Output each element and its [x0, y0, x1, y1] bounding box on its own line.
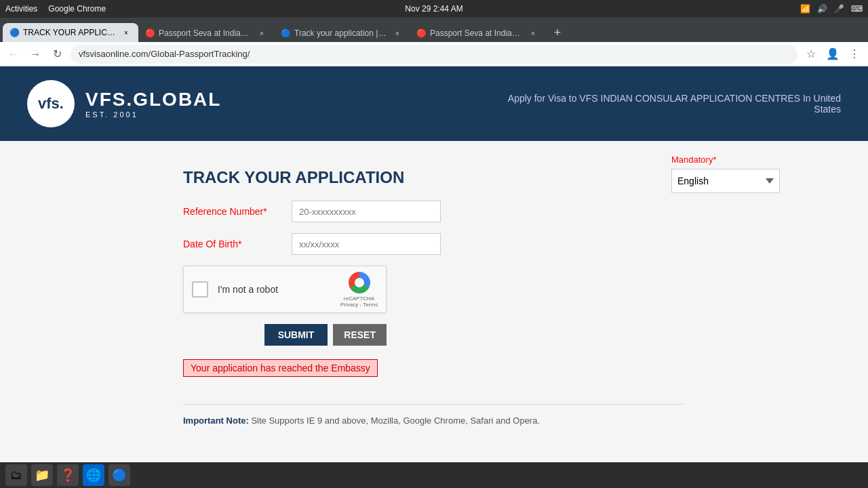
tab-bar: 🔵 TRACK YOUR APPLICATIO... × 🔴 Passport …: [0, 18, 868, 42]
bottom-taskbar: 🗂 📁 ❓ 🌐 🔵: [0, 462, 868, 466]
taskbar-folder-icon[interactable]: 📁: [31, 464, 53, 466]
mandatory-asterisk: *: [713, 155, 716, 165]
system-tray: 📶🔊🎤⌨: [800, 4, 863, 14]
dob-label: Date Of Birth*: [183, 239, 292, 249]
page-content: vfs. VFS.GLOBAL EST. 2001 Apply for Visa…: [0, 66, 868, 466]
recaptcha-widget[interactable]: I'm not a robot reCAPTCHA Privacy - Term…: [183, 266, 387, 313]
profile-button[interactable]: 👤: [825, 46, 841, 62]
tab-3-title: Track your application | v...: [294, 28, 388, 38]
tab-4-favicon: 🔴: [416, 28, 426, 38]
activities-label[interactable]: Activities: [5, 4, 37, 14]
browser-window: 🔵 TRACK YOUR APPLICATIO... × 🔴 Passport …: [0, 18, 868, 466]
reference-input[interactable]: [292, 201, 441, 222]
tab-1[interactable]: 🔵 TRACK YOUR APPLICATIO... ×: [3, 23, 138, 42]
address-bar: ← → ↻ ☆ 👤 ⋮: [0, 42, 868, 66]
important-note-bold: Important Note:: [183, 415, 249, 426]
recaptcha-text: I'm not a robot: [218, 284, 331, 295]
reference-group: Reference Number*: [183, 201, 685, 222]
form-title: TRACK YOUR APPLICATION: [183, 168, 685, 187]
vfs-brand-est: EST. 2001: [85, 110, 221, 119]
taskbar-files-icon[interactable]: 🗂: [5, 464, 27, 466]
bookmark-button[interactable]: ☆: [803, 46, 819, 62]
language-select[interactable]: English Hindi French: [671, 169, 780, 193]
taskbar-browser-icon[interactable]: 🌐: [83, 464, 104, 466]
back-button[interactable]: ←: [5, 46, 22, 62]
status-message: Your application has reached the Embassy: [183, 359, 378, 377]
recaptcha-checkbox[interactable]: [192, 281, 208, 298]
forward-button[interactable]: →: [27, 46, 43, 62]
vfs-logo-circle: vfs.: [27, 80, 75, 127]
tab-2-close[interactable]: ×: [256, 28, 267, 39]
important-note: Important Note: Site Supports IE 9 and a…: [183, 404, 685, 426]
reset-button[interactable]: RESET: [333, 324, 387, 346]
vfs-logo: vfs. VFS.GLOBAL EST. 2001: [27, 80, 221, 127]
taskbar-app-icon[interactable]: 🔵: [108, 464, 130, 466]
vfs-header: vfs. VFS.GLOBAL EST. 2001 Apply for Visa…: [0, 66, 868, 141]
vfs-tagline: Apply for Visa to VFS INDIAN CONSULAR AP…: [502, 93, 841, 115]
form-section: TRACK YOUR APPLICATION Reference Number*…: [183, 155, 685, 426]
submit-button[interactable]: SUBMIT: [264, 324, 328, 346]
dob-group: Date Of Birth*: [183, 233, 685, 255]
datetime: Nov 29 2:44 AM: [405, 4, 462, 14]
content-wrapper: Mandatory* English Hindi French TRACK YO…: [61, 155, 807, 453]
recaptcha-terms: Privacy - Terms: [340, 302, 378, 308]
tab-3-favicon: 🔵: [281, 28, 290, 38]
url-input[interactable]: [71, 45, 797, 64]
vfs-logo-text: vfs.: [38, 95, 64, 113]
reload-button[interactable]: ↻: [49, 46, 65, 62]
mandatory-label: Mandatory*: [671, 155, 780, 165]
form-buttons: SUBMIT RESET: [183, 324, 387, 346]
tab-1-favicon: 🔵: [9, 28, 19, 37]
tab-3[interactable]: 🔵 Track your application | v... ×: [274, 24, 410, 42]
tab-2-title: Passport Seva at Indian E...: [159, 28, 252, 38]
recaptcha-logo-icon: [349, 272, 370, 293]
vfs-brand-name: VFS.GLOBAL: [85, 89, 221, 110]
dob-input[interactable]: [292, 233, 441, 255]
tab-2[interactable]: 🔴 Passport Seva at Indian E... ×: [138, 24, 274, 42]
tab-1-title: TRACK YOUR APPLICATIO...: [23, 28, 117, 37]
tab-4-title: Passport Seva at Indian E...: [430, 28, 524, 38]
tab-3-close[interactable]: ×: [392, 28, 403, 39]
important-note-text: Site Supports IE 9 and above, Mozilla, G…: [251, 415, 540, 426]
dob-asterisk: *: [238, 239, 241, 249]
taskbar-help-icon[interactable]: ❓: [57, 464, 79, 466]
tab-4[interactable]: 🔴 Passport Seva at Indian E... ×: [410, 24, 545, 42]
new-tab-button[interactable]: +: [548, 23, 567, 42]
menu-button[interactable]: ⋮: [846, 46, 863, 62]
mandatory-section: Mandatory* English Hindi French: [671, 155, 780, 193]
main-content: Mandatory* English Hindi French TRACK YO…: [0, 141, 868, 466]
app-label: Google Chrome: [48, 4, 106, 14]
tab-4-close[interactable]: ×: [528, 28, 538, 39]
vfs-brand: VFS.GLOBAL EST. 2001: [85, 89, 221, 119]
recaptcha-brand: reCAPTCHA: [344, 296, 374, 302]
tab-1-close[interactable]: ×: [121, 27, 132, 38]
reference-label: Reference Number*: [183, 206, 292, 217]
tab-2-favicon: 🔴: [145, 28, 155, 38]
recaptcha-logo: reCAPTCHA Privacy - Terms: [340, 272, 378, 308]
taskbar: Activities Google Chrome Nov 29 2:44 AM …: [0, 0, 868, 18]
reference-asterisk: *: [263, 206, 267, 217]
